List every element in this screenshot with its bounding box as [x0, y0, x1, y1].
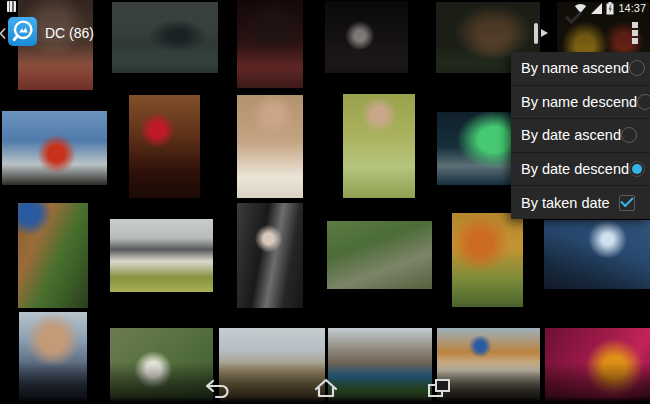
overflow-menu-button[interactable] — [632, 22, 638, 44]
radio-selected-icon[interactable] — [629, 161, 645, 177]
menu-item-by-name-descend[interactable]: By name descend — [511, 85, 650, 119]
photo-temple[interactable] — [110, 219, 213, 292]
menu-item-label: By name descend — [521, 94, 637, 110]
back-icon — [204, 377, 230, 399]
up-chevron-icon[interactable] — [0, 27, 6, 40]
photo-white-flower[interactable] — [110, 328, 213, 404]
gallery-screen: 14:37 DC (86) By name ascendBy name desc… — [0, 0, 650, 404]
checkbox-checked-icon[interactable] — [619, 195, 635, 211]
home-icon — [313, 377, 339, 399]
menu-item-label: By taken date — [521, 195, 610, 211]
radio-icon[interactable] — [621, 127, 637, 143]
radio-icon[interactable] — [629, 60, 645, 76]
photo-odeon-city[interactable] — [219, 328, 325, 404]
home-button[interactable] — [311, 375, 341, 401]
back-button[interactable] — [202, 375, 232, 401]
slideshow-button[interactable] — [534, 25, 538, 43]
album-title: DC (86) — [45, 25, 94, 41]
action-bar: DC (86) — [0, 0, 650, 50]
photo-green-dress-woman[interactable] — [343, 94, 415, 198]
photo-elderly-man[interactable] — [19, 312, 87, 404]
photo-forest-path[interactable] — [327, 221, 432, 289]
app-logo-icon[interactable] — [8, 17, 37, 46]
menu-item-label: By date ascend — [521, 127, 621, 143]
photo-shrine-plants[interactable] — [18, 203, 88, 308]
photo-bride[interactable] — [237, 95, 303, 198]
recents-button[interactable] — [424, 375, 454, 401]
menu-item-by-taken-date[interactable]: By taken date — [511, 185, 650, 219]
recents-icon — [426, 377, 452, 399]
photo-magenta-flower[interactable] — [545, 328, 650, 404]
photo-parthenon[interactable] — [544, 220, 650, 289]
photo-red-coat-woman[interactable] — [2, 111, 107, 185]
menu-item-by-name-ascend[interactable]: By name ascend — [511, 52, 650, 85]
menu-item-by-date-descend[interactable]: By date descend — [511, 152, 650, 186]
menu-item-label: By name ascend — [521, 60, 629, 76]
photo-lake-mountain[interactable] — [328, 328, 432, 404]
radio-icon[interactable] — [637, 94, 650, 110]
menu-item-by-date-ascend[interactable]: By date ascend — [511, 118, 650, 152]
photo-geisha[interactable] — [237, 203, 303, 308]
photo-autumn-tree[interactable] — [452, 213, 523, 307]
play-icon — [534, 23, 538, 44]
photo-berries-still-life[interactable] — [129, 95, 200, 198]
menu-item-label: By date descend — [521, 161, 629, 177]
sort-menu: By name ascendBy name descendBy date asc… — [511, 52, 650, 219]
